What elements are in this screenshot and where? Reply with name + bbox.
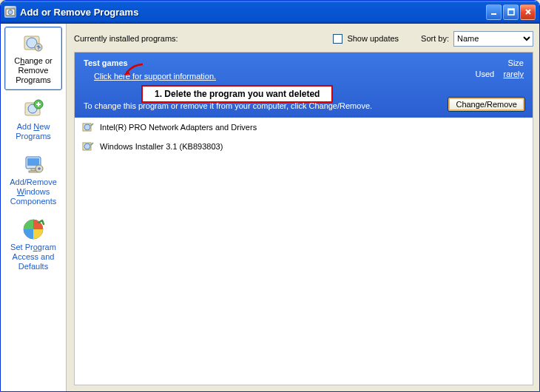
sidebar-item-label: Change orRemovePrograms — [7, 56, 60, 85]
change-remove-button[interactable]: Change/Remove — [448, 97, 525, 112]
list-item[interactable]: Windows Installer 3.1 (KB893803) — [75, 137, 533, 156]
program-name: Windows Installer 3.1 (KB893803) — [100, 142, 223, 151]
change-remove-icon — [21, 31, 45, 55]
used-label: Used — [476, 70, 495, 78]
size-label: Size — [508, 58, 524, 67]
sidebar-item-change-remove[interactable]: Change orRemovePrograms — [4, 27, 62, 90]
sidebar: Change orRemovePrograms Add NewPrograms — [1, 24, 67, 391]
sidebar-item-add-new[interactable]: Add NewPrograms — [4, 93, 62, 146]
maximize-button[interactable] — [503, 4, 519, 20]
svg-rect-4 — [508, 9, 514, 10]
show-updates-checkbox[interactable]: Show updates — [333, 34, 399, 44]
programs-list[interactable]: Test games Size Click here for support i… — [74, 52, 533, 385]
selected-program-item[interactable]: Test games Size Click here for support i… — [75, 53, 533, 118]
support-link[interactable]: Click here for support information. — [84, 72, 216, 81]
sort-by-label: Sort by: — [421, 34, 449, 43]
sort-by-dropdown[interactable]: Name — [453, 31, 533, 47]
titlebar[interactable]: Add or Remove Programs — [1, 1, 539, 23]
program-access-icon — [21, 217, 45, 241]
toolbar: Currently installed programs: Show updat… — [74, 30, 533, 47]
sidebar-item-program-access[interactable]: Set ProgramAccess andDefaults — [4, 214, 62, 276]
sidebar-item-label: Add NewPrograms — [6, 122, 61, 141]
current-programs-label: Currently installed programs: — [74, 34, 178, 43]
svg-rect-12 — [27, 158, 39, 166]
add-remove-programs-window: Add or Remove Programs — [0, 0, 540, 392]
checkbox-box — [333, 34, 342, 44]
sidebar-item-label: Set ProgramAccess andDefaults — [6, 243, 61, 271]
show-updates-label: Show updates — [347, 34, 399, 43]
window-title: Add or Remove Programs — [20, 7, 138, 18]
sidebar-item-windows-components[interactable]: Add/RemoveWindowsComponents — [4, 149, 62, 211]
program-name: Intel(R) PRO Network Adapters and Driver… — [100, 123, 257, 132]
content-area: Currently installed programs: Show updat… — [67, 24, 539, 391]
windows-components-icon — [21, 152, 45, 176]
minimize-button[interactable] — [486, 4, 502, 20]
program-icon — [82, 141, 94, 152]
add-new-icon — [21, 97, 45, 121]
svg-rect-2 — [491, 13, 496, 15]
program-icon — [82, 121, 94, 133]
app-icon — [4, 6, 16, 18]
svg-point-18 — [84, 124, 90, 130]
svg-point-20 — [84, 143, 90, 149]
used-value-link[interactable]: rarely — [503, 70, 524, 78]
list-item[interactable]: Intel(R) PRO Network Adapters and Driver… — [75, 118, 533, 137]
svg-point-1 — [8, 10, 13, 15]
annotation-callout: 1. Delete the program you want deleted — [141, 85, 333, 103]
close-button[interactable] — [520, 4, 536, 20]
program-name: Test games — [84, 58, 128, 67]
sidebar-item-label: Add/RemoveWindowsComponents — [6, 178, 61, 206]
